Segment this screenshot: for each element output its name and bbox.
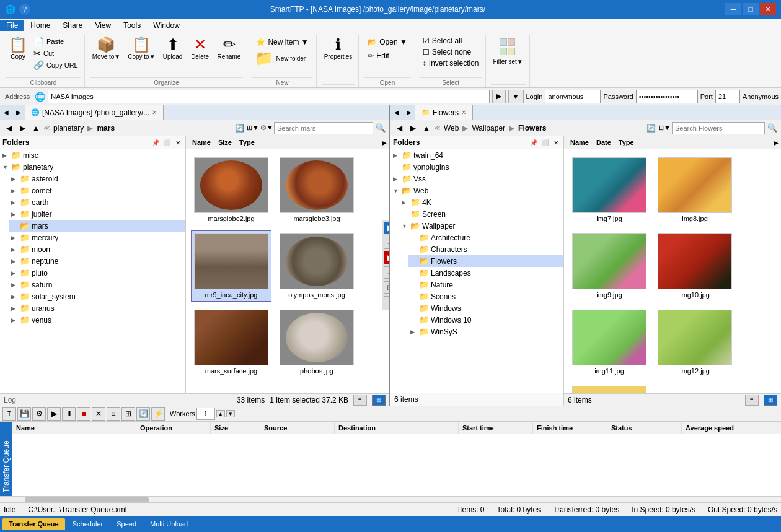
h-scrollbar[interactable] <box>0 496 781 502</box>
tree-item-scenes[interactable]: 📁 Scenes <box>408 290 563 302</box>
tree-item-web[interactable]: ▼ 📂 Web <box>390 185 563 196</box>
transfer-col-source[interactable]: Source <box>260 422 335 434</box>
file-marsglobe2[interactable]: marsglobe2.jpg <box>191 154 271 225</box>
right-tab[interactable]: 📁 Flowers ✕ <box>415 105 473 120</box>
right-search-button[interactable]: 🔍 <box>766 122 779 134</box>
tree-item-neptune[interactable]: ▶ 📁 neptune <box>9 255 185 267</box>
copy-to-button[interactable]: 📋 Copy to▼ <box>125 36 157 61</box>
right-up-button[interactable]: ▲ <box>420 122 433 134</box>
tree-item-wallpaper[interactable]: ▼ 📂 Wallpaper <box>399 220 563 232</box>
workers-down[interactable]: ▼ <box>226 410 235 417</box>
file-img7[interactable]: img7.jpg <box>569 154 650 225</box>
left-view-list-button[interactable]: ≡ <box>353 395 367 406</box>
tree-item-landscapes[interactable]: 📁 Landscapes <box>408 267 563 279</box>
tb-save-button[interactable]: 💾 <box>17 407 31 421</box>
login-input[interactable] <box>545 90 601 103</box>
tree-item-comet[interactable]: ▶ 📁 comet <box>9 185 185 196</box>
right-tab-prev[interactable]: ◀ <box>390 105 403 120</box>
filter-button[interactable]: Filter set▼ <box>491 36 526 66</box>
left-search-button[interactable]: 🔍 <box>374 122 387 134</box>
left-float-button[interactable]: ⬜ <box>162 137 172 147</box>
transfer-left2-button[interactable]: ◀ <box>384 266 389 279</box>
cut-button[interactable]: ✂ Cut <box>31 48 81 59</box>
tb-extra-button[interactable]: ⚡ <box>151 407 165 421</box>
transfer-view-button[interactable]: ⊞ <box>384 281 389 294</box>
tree-item-solar-system[interactable]: ▶ 📁 solar_system <box>9 290 185 302</box>
transfer-col-size[interactable]: Size <box>211 422 260 434</box>
menu-tools[interactable]: Tools <box>117 20 147 31</box>
workers-up[interactable]: ▲ <box>216 410 225 417</box>
tree-item-pluto[interactable]: ▶ 📁 pluto <box>9 267 185 279</box>
new-folder-button[interactable]: 📁 New folder <box>252 50 308 67</box>
tree-item-windows10[interactable]: 📁 Windows 10 <box>408 314 563 326</box>
edit-button[interactable]: ✏ Edit <box>364 50 393 62</box>
left-path-mars[interactable]: mars <box>94 123 117 133</box>
tree-item-jupiter[interactable]: ▶ 📁 jupiter <box>9 208 185 220</box>
file-img10[interactable]: img10.jpg <box>655 230 735 302</box>
file-mr9[interactable]: mr9_inca_city.jpg <box>191 230 271 302</box>
right-pin-button[interactable]: 📌 <box>529 137 539 147</box>
tree-item-vpnplugins[interactable]: 📁 vpnplugins <box>390 161 563 173</box>
right-tab-close[interactable]: ✕ <box>461 109 466 116</box>
right-path-flowers[interactable]: Flowers <box>516 123 549 133</box>
tree-item-nature[interactable]: 📁 Nature <box>408 279 563 290</box>
tb-view-button[interactable]: ⊞ <box>121 407 135 421</box>
left-up-button[interactable]: ▲ <box>30 122 42 134</box>
tree-item-twain64[interactable]: ▶ 📁 twain_64 <box>390 149 563 161</box>
menu-share[interactable]: Share <box>56 20 89 31</box>
right-col-date[interactable]: Date <box>593 137 615 147</box>
workers-input[interactable] <box>196 408 215 420</box>
upload-button[interactable]: ⬆ Upload <box>161 36 185 61</box>
tree-item-4k[interactable]: ▶ 📁 4K <box>399 196 563 208</box>
tree-item-mercury[interactable]: ▶ 📁 mercury <box>9 232 185 243</box>
invert-selection-button[interactable]: ↕ Invert selection <box>420 58 482 68</box>
tb-play-button[interactable]: ▶ <box>47 407 61 421</box>
left-pin-button[interactable]: 📌 <box>151 137 161 147</box>
file-folder-extra[interactable]: 📁 <box>569 383 650 393</box>
transfer-col-speed[interactable]: Average speed <box>682 422 781 434</box>
left-view-button[interactable]: ⊞▼ <box>247 122 259 134</box>
right-col-name[interactable]: Name <box>567 137 593 147</box>
menu-window[interactable]: Window <box>147 20 186 31</box>
left-tab[interactable]: 🌐 [NASA Images] /photo_gallery/... ✕ <box>25 105 164 120</box>
right-view-button[interactable]: ⊞▼ <box>658 122 671 134</box>
tb-refresh-button[interactable]: 🔄 <box>136 407 150 421</box>
bottom-tab-transfer[interactable]: Transfer Queue <box>2 518 65 530</box>
tb-settings-button[interactable]: ⚙ <box>32 407 46 421</box>
left-col-type[interactable]: Type <box>236 137 258 147</box>
bottom-tab-speed[interactable]: Speed <box>110 518 143 530</box>
tree-item-moon[interactable]: ▶ 📁 moon <box>9 243 185 255</box>
file-img9[interactable]: img9.jpg <box>569 230 650 302</box>
select-all-button[interactable]: ☑ Select all <box>420 36 465 46</box>
right-search-input[interactable] <box>672 122 765 134</box>
right-float-button[interactable]: ⬜ <box>540 137 550 147</box>
left-back-button[interactable]: ◀ <box>2 122 15 134</box>
rename-button[interactable]: ✏ Rename <box>215 36 244 61</box>
title-help[interactable]: ? <box>19 4 30 15</box>
tb-pause-button[interactable]: ⏸ <box>62 407 76 421</box>
right-path-wallpaper[interactable]: Wallpaper <box>469 123 508 133</box>
tree-item-vss[interactable]: ▶ 📁 Vss <box>390 173 563 185</box>
tb-cancel-button[interactable]: ✕ <box>92 407 105 421</box>
new-item-button[interactable]: ⭐ New item ▼ <box>252 36 312 48</box>
tb-stop-button[interactable]: ■ <box>77 407 90 421</box>
left-col-name[interactable]: Name <box>188 137 214 147</box>
tree-item-characters[interactable]: 📁 Characters <box>408 243 563 255</box>
left-tab-prev[interactable]: ◀ <box>0 105 12 120</box>
minimize-button[interactable]: ─ <box>725 3 741 15</box>
maximize-button[interactable]: □ <box>743 3 759 15</box>
tree-item-saturn[interactable]: ▶ 📁 saturn <box>9 279 185 290</box>
left-refresh-button[interactable]: 🔄 <box>233 122 245 134</box>
tb-btn1[interactable]: T <box>2 407 16 421</box>
right-view-list-button[interactable]: ≡ <box>745 395 759 406</box>
bottom-tab-multiupload[interactable]: Multi Upload <box>144 518 194 530</box>
transfer-col-finish[interactable]: Finish time <box>533 422 607 434</box>
file-img8[interactable]: img8.jpg <box>655 154 735 225</box>
file-phobos[interactable]: phobos.jpg <box>276 307 357 378</box>
right-col-type[interactable]: Type <box>615 137 638 147</box>
tree-item-flowers[interactable]: 📂 Flowers <box>408 255 563 267</box>
open-button[interactable]: 📂 Open ▼ <box>364 36 411 48</box>
paste-button[interactable]: 📄 Paste <box>31 36 81 47</box>
tree-item-windows[interactable]: 📁 Windows <box>408 302 563 314</box>
left-extra-button[interactable]: ⚙▼ <box>260 122 273 134</box>
